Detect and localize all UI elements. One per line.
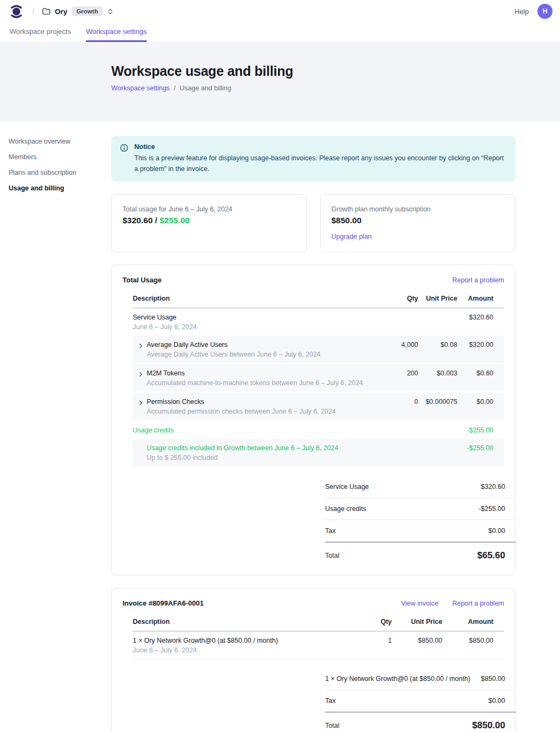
subscription-card: Growth plan monthly subscription $850.00… <box>320 194 516 252</box>
ory-logo-icon[interactable] <box>10 3 24 19</box>
summary-row-total: Total $850.00 <box>325 713 516 732</box>
sidebar-item-members[interactable]: Members <box>9 153 100 161</box>
usage-row-usage-credits: Usage credits -$255.00 <box>133 421 504 439</box>
usage-row-service-usage: Service Usage June 6 – July 6, 2024 $320… <box>133 308 504 336</box>
breadcrumb: Workspace settings / Usage and billing <box>111 84 560 92</box>
info-icon <box>120 143 128 174</box>
subscription-label: Growth plan monthly subscription <box>332 205 505 213</box>
notice-body: This is a preview feature for displaying… <box>134 153 505 174</box>
usage-row-permission-checks: Permission Checks Accumulated permission… <box>133 393 504 421</box>
summary-row-service-usage: Service Usage $320.60 <box>325 476 516 498</box>
expand-chevron-icon[interactable] <box>133 398 147 407</box>
workspace-name: Ory <box>55 8 67 16</box>
preview-notice: Notice This is a preview feature for dis… <box>111 136 515 181</box>
total-usage-label: Total usage for June 6 – July 6, 2024 <box>123 205 296 213</box>
summary-row-tax: Tax $0.00 <box>325 520 516 543</box>
folder-icon <box>42 7 51 16</box>
invoice-table: Description Qty Unit Price Amount 1 × Or… <box>133 618 504 732</box>
settings-sidebar: Workspace overview Members Plans and sub… <box>9 138 100 200</box>
breadcrumb-separator: / <box>32 7 34 16</box>
summary-row-plan: 1 × Ory Network Growth@0 (at $850.00 / m… <box>325 668 516 690</box>
breadcrumb-current: Usage and billing <box>180 84 231 92</box>
subscription-amount: $850.00 <box>332 216 505 225</box>
usage-row-m2m-tokens: M2M Tokens Accumulated machine-to-machin… <box>133 364 504 393</box>
usage-table: Description Qty Unit Price Amount Servic… <box>133 295 504 563</box>
view-invoice-link[interactable]: View invoice <box>401 600 438 607</box>
total-usage-card: Total usage for June 6 – July 6, 2024 $3… <box>111 194 307 252</box>
sidebar-item-workspace-overview[interactable]: Workspace overview <box>9 138 100 145</box>
summary-row-total: Total $65.60 <box>325 543 516 563</box>
sidebar-item-plans-and-subscription[interactable]: Plans and subscription <box>9 169 100 176</box>
invoice-summary: 1 × Ory Network Growth@0 (at $850.00 / m… <box>325 668 516 732</box>
summary-row-usage-credits: Usage credits -$255.00 <box>325 498 516 520</box>
tab-workspace-settings[interactable]: Workspace settings <box>86 27 147 42</box>
invoice-card: Invoice #8099AFA6-0001 View invoice Repo… <box>111 588 515 732</box>
expand-chevron-icon[interactable] <box>133 369 147 378</box>
included-credits-value: $255.00 <box>160 216 190 225</box>
expand-chevron-icon[interactable] <box>133 341 147 350</box>
notice-title: Notice <box>134 143 505 151</box>
invoice-title: Invoice #8099AFA6-0001 <box>123 599 204 607</box>
summary-row-tax: Tax $0.00 <box>325 690 516 713</box>
invoice-table-header: Description Qty Unit Price Amount <box>133 618 504 631</box>
total-usage-value: $320.60 / $255.00 <box>123 216 296 225</box>
help-link[interactable]: Help <box>514 8 529 16</box>
invoice-row-growth-plan: 1 × Ory Network Growth@0 (at $850.00 / m… <box>133 631 504 659</box>
plan-badge: Growth <box>71 6 103 16</box>
report-problem-link[interactable]: Report a problem <box>452 276 504 284</box>
usage-table-header: Description Qty Unit Price Amount <box>133 295 504 308</box>
usage-summary: Service Usage $320.60 Usage credits -$25… <box>325 476 516 563</box>
usage-row-average-daily-active-users: Average Daily Active Users Average Daily… <box>133 336 504 364</box>
sidebar-item-usage-and-billing[interactable]: Usage and billing <box>9 184 100 192</box>
avatar[interactable]: H <box>537 4 552 19</box>
workspace-picker[interactable]: Ory Growth <box>42 6 114 16</box>
usage-card-title: Total Usage <box>123 276 162 284</box>
upgrade-plan-link[interactable]: Upgrade plan <box>332 233 372 240</box>
tab-workspace-projects[interactable]: Workspace projects <box>10 27 71 42</box>
breadcrumb-workspace-settings[interactable]: Workspace settings <box>111 84 170 92</box>
chevron-updown-icon <box>107 8 114 16</box>
top-bar: / Ory Growth Help H <box>0 0 560 23</box>
page-header: Workspace usage and billing Workspace se… <box>0 42 560 122</box>
usage-row-credits-included: Usage credits included in Growth between… <box>133 439 504 467</box>
usage-invoice-card: Total Usage Report a problem Description… <box>111 265 515 575</box>
report-problem-link[interactable]: Report a problem <box>452 600 504 607</box>
workspace-tabs: Workspace projects Workspace settings <box>0 23 560 42</box>
page-title: Workspace usage and billing <box>111 63 560 79</box>
